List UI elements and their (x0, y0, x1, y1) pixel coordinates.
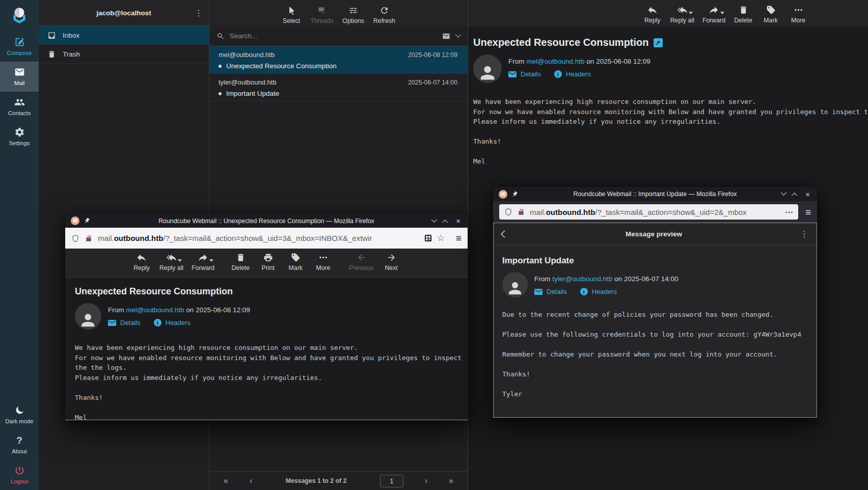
inbox-icon (47, 31, 56, 40)
url-bar[interactable]: mail.outbound.htb/?_task=mail&_action=sh… (65, 228, 468, 249)
previous-page-button[interactable]: ‹ (250, 476, 252, 485)
message-subject-title: Unexpected Resource Consumption (473, 37, 649, 48)
avatar (75, 303, 101, 330)
message-date: 2025-06-08 12:09 (196, 306, 250, 314)
search-input[interactable] (230, 32, 437, 40)
sidebar-item-mail[interactable]: Mail (0, 62, 39, 92)
details-link[interactable]: Details (521, 70, 541, 78)
arrow-left-icon (357, 253, 366, 262)
sidebar-label-mail: Mail (14, 80, 25, 86)
open-in-new-window-icon[interactable]: ↗ (654, 38, 663, 47)
search-scope-chevron-down-icon[interactable] (455, 32, 461, 37)
last-page-button[interactable]: » (449, 476, 453, 485)
url-text[interactable]: mail.outbound.htb/?_task=mail&_action=sh… (98, 234, 419, 242)
headers-link[interactable]: Headers (166, 319, 191, 326)
url-overflow-icon[interactable]: ⋯ (785, 207, 793, 217)
trash-icon (236, 253, 246, 262)
more-label: More (316, 264, 330, 271)
folder-item-inbox[interactable]: Inbox (39, 26, 209, 45)
folder-options-kebab-icon[interactable]: ⋮ (195, 8, 203, 18)
bookmark-star-icon[interactable]: ☆ (437, 234, 445, 242)
reply-button[interactable]: Reply (132, 253, 151, 271)
pin-icon (510, 189, 519, 199)
insecure-lock-icon[interactable] (85, 234, 93, 242)
sender-link[interactable]: mel@outbound.htb (526, 58, 584, 65)
reply-icon (137, 253, 146, 262)
window-minimize-icon[interactable] (781, 190, 786, 196)
options-button[interactable]: Options (342, 6, 364, 24)
reply-all-button[interactable]: Reply all (670, 5, 694, 24)
url-text[interactable]: mail.outbound.htb/?_task=mail&_action=sh… (530, 208, 780, 216)
tracking-shield-icon[interactable] (71, 234, 79, 242)
sender-link[interactable]: tyler@outbound.htb (552, 275, 612, 283)
select-button[interactable]: Select (282, 6, 301, 24)
more-button[interactable]: More (313, 253, 333, 271)
url-toolbar: mail.outbound.htb/?_task=mail&_action=sh… (493, 201, 817, 223)
sidebar-label-about: About (12, 448, 27, 454)
print-label: Print (262, 264, 275, 271)
menu-hamburger-icon[interactable]: ≡ (456, 233, 462, 243)
reply-all-caret-icon[interactable] (689, 12, 693, 14)
previous-button[interactable]: Previous (349, 253, 373, 271)
sidebar-item-compose[interactable]: Compose (0, 32, 39, 62)
headers-link[interactable]: Headers (566, 70, 591, 78)
window-maximize-icon[interactable] (792, 193, 797, 198)
reply-all-caret-icon[interactable] (178, 259, 182, 262)
previous-label: Previous (349, 264, 373, 271)
insecure-lock-icon[interactable] (517, 208, 525, 216)
window-close-icon[interactable]: × (805, 190, 810, 198)
details-link[interactable]: Details (120, 319, 141, 326)
folder-label-trash: Trash (63, 50, 80, 58)
forward-button[interactable]: Forward (192, 253, 214, 271)
mark-button[interactable]: Mark (761, 5, 780, 24)
url-bar[interactable]: mail.outbound.htb/?_task=mail&_action=sh… (499, 204, 798, 220)
threads-icon (317, 6, 327, 15)
sidebar-item-dark-mode[interactable]: Dark mode (0, 400, 39, 430)
sender-link[interactable]: mel@outbound.htb (126, 306, 184, 314)
forward-caret-icon[interactable] (720, 12, 724, 14)
threads-button[interactable]: Threads (310, 6, 333, 24)
message-row[interactable]: mel@outbound.htb 2025-06-08 12:09 Unexpe… (209, 46, 468, 74)
delete-button[interactable]: Delete (734, 5, 753, 24)
headers-link[interactable]: Headers (592, 288, 617, 295)
select-label: Select (283, 17, 300, 24)
reply-icon (647, 5, 657, 15)
first-page-button[interactable]: « (224, 476, 228, 485)
menu-hamburger-icon[interactable]: ≡ (805, 207, 811, 217)
next-button[interactable]: Next (382, 253, 401, 271)
arrow-right-icon (387, 253, 396, 262)
mark-button[interactable]: Mark (286, 253, 305, 271)
page-number-input[interactable]: 1 (380, 475, 403, 487)
more-button[interactable]: More (789, 5, 808, 24)
sidebar-item-about[interactable]: ? About (0, 430, 39, 460)
refresh-button[interactable]: Refresh (373, 6, 395, 24)
folder-item-trash[interactable]: Trash (39, 45, 209, 64)
print-button[interactable]: Print (258, 253, 278, 271)
window-minimize-icon[interactable] (431, 216, 437, 222)
forward-button[interactable]: Forward (702, 5, 725, 24)
delete-button[interactable]: Delete (231, 253, 250, 271)
site-favicon-w: W (71, 216, 79, 225)
search-scope-envelope-icon[interactable] (442, 32, 450, 40)
pin-icon (82, 216, 91, 225)
sidebar-item-contacts[interactable]: Contacts (0, 92, 39, 122)
page-action-grid-icon[interactable] (424, 234, 432, 242)
reply-all-button[interactable]: Reply all (159, 253, 183, 271)
contacts-icon (14, 97, 25, 107)
preview-kebab-icon[interactable]: ⋮ (800, 229, 808, 239)
tracking-shield-icon[interactable] (504, 208, 512, 216)
sidebar-item-settings[interactable]: Settings (0, 122, 39, 152)
unread-dot (219, 92, 222, 95)
next-page-button[interactable]: › (425, 476, 427, 485)
trash-icon (739, 5, 748, 15)
window-titlebar[interactable]: W Roundcube Webmail :: Important Update … (493, 187, 817, 201)
window-maximize-icon[interactable] (442, 220, 448, 225)
sidebar-item-logout[interactable]: Logout (0, 460, 39, 490)
forward-caret-icon[interactable] (209, 259, 213, 262)
window-close-icon[interactable]: × (456, 217, 460, 225)
details-link[interactable]: Details (547, 288, 567, 295)
window-titlebar[interactable]: W Roundcube Webmail :: Unexpected Resour… (65, 214, 468, 228)
reply-button[interactable]: Reply (643, 5, 662, 24)
message-row[interactable]: tyler@outbound.htb 2025-06-07 14:00 Impo… (209, 74, 468, 101)
forward-icon (198, 253, 208, 262)
